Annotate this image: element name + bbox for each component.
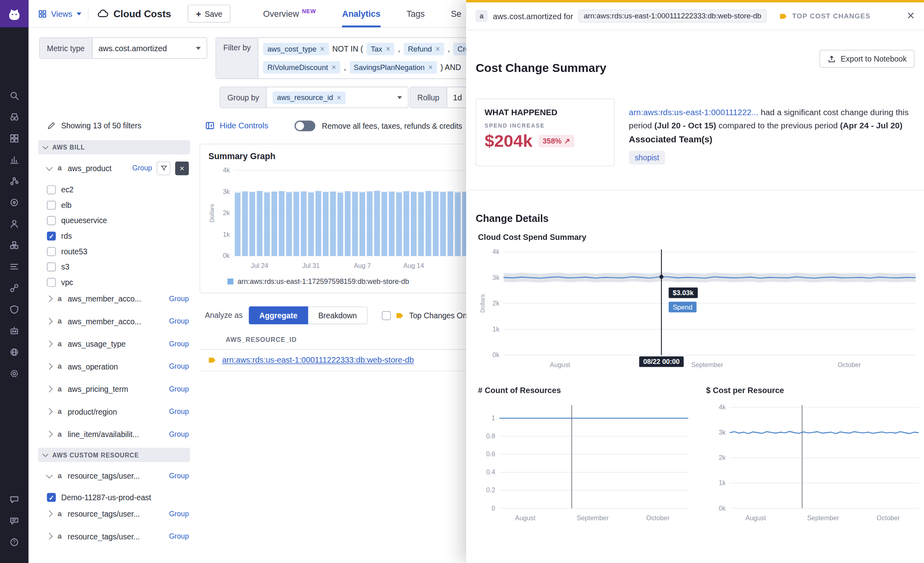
remove-fees-toggle[interactable] [295,120,315,131]
resource-link[interactable]: arn:aws:rds:us-east-1:000111222... [629,108,758,117]
filter-group-resource-tags-user[interactable]: aresource_tags/user...Group [38,527,190,545]
remove-chip-icon[interactable]: × [331,63,336,72]
filter-checkbox-rds[interactable]: rds [38,228,190,244]
export-to-notebook-button[interactable]: Export to Notebook [819,50,914,68]
filter-checkbox-vpc[interactable]: vpc [38,274,190,290]
chevron-right-icon[interactable] [46,385,53,392]
filter-chip-tax[interactable]: Tax× [367,43,395,55]
filter-section-aws-bill[interactable]: AWS BILL [38,140,190,155]
support-chat-icon[interactable] [9,494,20,505]
group-by-dropdown[interactable]: aws_resource_id × [267,87,408,107]
chevron-right-icon[interactable] [46,363,53,370]
chevron-right-icon[interactable] [46,341,53,347]
save-button[interactable]: + Save [188,5,231,23]
top-changes-checkbox[interactable] [382,311,391,320]
rum-icon[interactable] [9,219,20,230]
security-icon[interactable] [9,304,20,315]
group-link[interactable]: Group [169,430,189,438]
metric-type-dropdown[interactable]: aws.cost.amortized [92,38,206,58]
metric-type-control[interactable]: Metric type aws.cost.amortized [39,38,207,59]
group-link[interactable]: Group [169,362,189,371]
cost-per-resource-chart[interactable]: 0k1k2k3k4kAugustSeptemberOctober [706,399,920,525]
views-button[interactable]: Views [38,0,81,27]
filter-chip-rivolumediscount[interactable]: RiVolumeDiscount× [263,61,340,74]
service-map-icon[interactable] [9,197,20,208]
checkbox[interactable] [47,262,56,271]
datadog-logo[interactable] [0,0,28,27]
filter-group-aws-member-acco[interactable]: aaws_member_acco...Group [38,290,190,308]
chevron-right-icon[interactable] [46,510,53,517]
apm-icon[interactable] [9,176,20,187]
chart-legend[interactable]: arn:aws:rds:us-east-1:172597598159:db:we… [228,278,409,286]
logs-icon[interactable] [9,261,20,272]
group-link[interactable]: Group [169,407,189,416]
table-header-aws-resource-id[interactable]: AWS_RESOURCE_ID [226,336,297,343]
filter-section-aws-custom-resource[interactable]: AWS CUSTOM RESOURCE [38,448,190,462]
group-link[interactable]: Group [169,385,189,393]
filter-checkbox-queueservice[interactable]: queueservice [38,213,190,228]
filter-chip-savingsplannegation[interactable]: SavingsPlanNegation× [349,61,437,74]
close-icon[interactable]: × [907,10,914,23]
filter-group-aws-usage-type[interactable]: aaws_usage_typeGroup [38,335,190,353]
synthetics-icon[interactable] [9,347,20,357]
filter-group-aws-member-acco[interactable]: aaws_member_acco...Group [38,312,190,330]
filter-group-product-region[interactable]: aproduct/regionGroup [38,403,190,421]
group-link[interactable]: Group [169,340,189,348]
spend-summary-chart[interactable]: 0k1k2k3k4kAugustSeptemberOctoberDollars$… [478,246,918,372]
checkbox[interactable] [47,493,56,501]
tab-se[interactable]: Se [451,0,461,27]
checkbox[interactable] [47,185,56,194]
tab-tags[interactable]: Tags [407,0,425,27]
resource-link[interactable]: arn:aws:rds:us-east-1:000111222333:db:we… [222,356,414,365]
ci-icon[interactable] [9,325,20,336]
filter-group-aws-pricing-term[interactable]: aaws_pricing_termGroup [38,380,190,398]
filter-group-resource-tags-user[interactable]: aresource_tags/user...Group [38,467,190,485]
panel-arn-chip[interactable]: arn:aws:rds:us-east-1:000111222333:db:we… [579,10,767,23]
filter-group-line-item-availabilit[interactable]: aline_item/availabilit...Group [38,425,190,443]
group-by-control[interactable]: Group by aws_resource_id × [220,87,409,108]
group-link[interactable]: Group [132,164,152,172]
hide-controls-button[interactable]: Hide Controls [205,120,268,130]
remove-chip-icon[interactable]: × [428,63,433,72]
count-of-resources-chart[interactable]: 00.20.40.60.81AugustSeptemberOctober [478,399,692,525]
settings-icon[interactable] [9,368,20,379]
filter-funnel-button[interactable] [157,161,170,175]
filter-checkbox-route53[interactable]: route53 [38,244,190,259]
dashboards-icon[interactable] [9,133,20,144]
infrastructure-icon[interactable] [9,240,20,251]
group-link[interactable]: Group [169,471,189,480]
remove-chip-icon[interactable]: × [337,93,341,102]
remove-chip-icon[interactable]: × [386,44,390,53]
filter-chip-aws-cost-type[interactable]: aws_cost_type× [263,43,329,55]
group-link[interactable]: Group [169,532,189,541]
clear-filter-button[interactable]: × [175,161,189,175]
pencil-icon[interactable] [47,121,56,130]
checkbox[interactable] [47,200,56,209]
checkbox[interactable] [47,247,56,256]
group-by-chip[interactable]: aws_resource_id × [273,91,345,104]
team-chip[interactable]: shopist [629,151,665,164]
group-link[interactable]: Group [169,509,189,518]
filter-group-aws-operation[interactable]: aaws_operationGroup [38,357,190,375]
aggregate-button[interactable]: Aggregate [249,306,308,324]
feedback-icon[interactable] [9,515,20,526]
chevron-right-icon[interactable] [46,431,53,437]
filter-checkbox-s3[interactable]: s3 [38,259,190,275]
chevron-down-icon[interactable] [46,471,53,478]
chevron-right-icon[interactable] [46,533,53,540]
filter-checkbox-elb[interactable]: elb [38,197,190,213]
summary-bar-chart[interactable]: 0k1k2k3k4kJul 24Jul 31Aug 7Aug 14Dollars [207,167,486,272]
remove-chip-icon[interactable]: × [320,44,324,53]
checkbox[interactable] [47,216,56,225]
remove-chip-icon[interactable]: × [435,44,440,53]
chevron-right-icon[interactable] [46,318,53,325]
filter-group-resource-tags-user[interactable]: aresource_tags/user...Group [38,505,190,523]
filter-checkbox-ec2[interactable]: ec2 [38,182,190,197]
tab-analytics[interactable]: Analytics [342,0,381,27]
watchdog-icon[interactable] [9,112,20,122]
tab-overview[interactable]: OverviewNEW [263,0,316,27]
chevron-right-icon[interactable] [46,408,53,415]
integrations-icon[interactable] [9,283,20,293]
top-changes-only[interactable]: Top Changes Only [382,311,473,320]
breakdown-button[interactable]: Breakdown [308,306,368,324]
